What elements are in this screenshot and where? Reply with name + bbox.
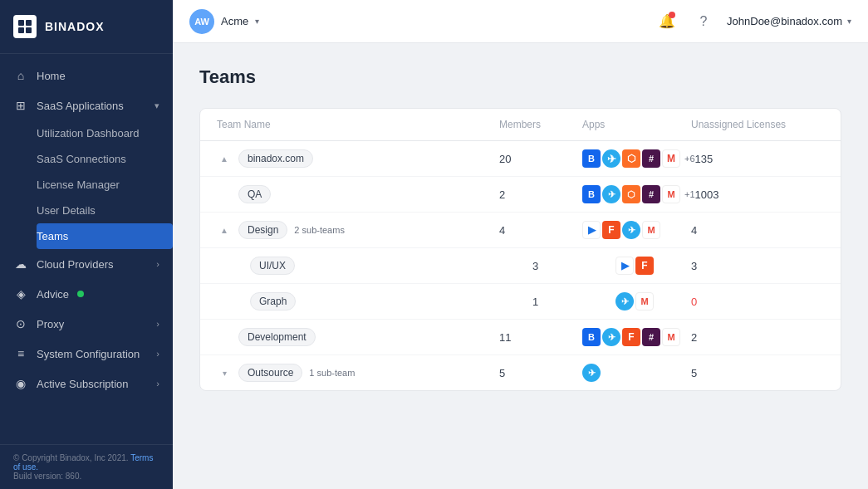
user-email: JohnDoe@binadox.com: [727, 15, 842, 27]
licenses-cell: 5: [691, 367, 824, 379]
members-cell: 11: [499, 331, 582, 344]
collapse-button[interactable]: ▾: [217, 365, 232, 380]
svg-rect-3: [26, 27, 32, 33]
sidebar-item-saas[interactable]: ⊞ SaaS Applications ▾: [0, 90, 173, 120]
apps-extra: +1: [684, 189, 695, 199]
logo: BINADOX: [0, 0, 173, 54]
th-apps: Apps: [582, 119, 691, 130]
subscription-icon: ◉: [13, 377, 28, 390]
figma-icon: F: [602, 221, 620, 239]
chevron-right-icon: ›: [156, 259, 159, 269]
licenses-cell: 4: [691, 224, 824, 237]
chevron-right-icon-4: ›: [156, 379, 159, 389]
workspace-chevron-icon: ▾: [255, 17, 259, 26]
proxy-icon: ⊙: [13, 317, 28, 330]
licenses-cell: 2: [691, 331, 824, 344]
slack-icon: #: [642, 149, 660, 168]
svg-rect-2: [18, 27, 24, 33]
sidebar-item-subscription-label: Active Subscription: [37, 378, 129, 390]
table-row: UI/UX 3 ▶ F 3: [200, 248, 841, 284]
content-area: Teams Team Name Members Apps Unassigned …: [173, 43, 868, 489]
gmail-icon: M: [662, 149, 680, 168]
sidebar-item-saas-label: SaaS Applications: [37, 100, 124, 112]
sidebar-item-proxy-label: Proxy: [37, 318, 64, 330]
gitlab-icon: ⬡: [622, 149, 640, 168]
main-area: AW Acme ▾ 🔔 ? JohnDoe@binadox.com ▾ Team…: [173, 0, 868, 489]
table-row: ▾ Outsource 1 sub-team 5 ✈ 5: [200, 355, 841, 390]
collapse-button[interactable]: ▲: [217, 222, 232, 237]
telegram-icon: ✈: [602, 185, 620, 203]
chevron-right-icon-3: ›: [156, 349, 159, 359]
table-row: Graph 1 ✈ M 0: [200, 284, 841, 320]
sidebar-item-home[interactable]: ⌂ Home: [0, 61, 173, 90]
sidebar-item-cloud[interactable]: ☁ Cloud Providers ›: [0, 249, 173, 279]
sidebar-item-subscription[interactable]: ◉ Active Subscription ›: [0, 369, 173, 399]
table-row: ▲ Design 2 sub-teams 4 ▶ F ✈ M 4: [200, 213, 841, 248]
th-members: Members: [499, 119, 582, 130]
box-icon: B: [582, 149, 601, 168]
telegram-icon: ✈: [602, 328, 620, 346]
chevron-down-icon: ▾: [154, 100, 159, 111]
box-icon: B: [582, 328, 601, 346]
meet-icon: ▶: [615, 257, 634, 275]
table-row: ▲ binadox.com 20 B ✈ ⬡ # M +6 135: [200, 141, 841, 177]
gmail-icon: M: [662, 328, 680, 346]
sidebar-item-license[interactable]: License Manager: [37, 172, 173, 198]
notifications-button[interactable]: 🔔: [654, 8, 680, 35]
apps-cell: B ✈ ⬡ # M +1: [582, 185, 695, 203]
home-icon: ⌂: [13, 69, 28, 82]
workspace-name: Acme: [221, 15, 248, 27]
members-cell: 3: [532, 260, 615, 272]
team-name-cell: ▲ binadox.com: [217, 149, 499, 168]
team-name-cell: ▾ Outsource 1 sub-team: [217, 364, 499, 382]
sidebar-item-cloud-label: Cloud Providers: [37, 258, 114, 271]
apps-cell: ▶ F: [615, 257, 691, 275]
team-badge: Graph: [250, 292, 296, 311]
team-badge: Outsource: [238, 364, 302, 382]
th-team-name: Team Name: [217, 119, 499, 130]
advice-icon: ◈: [13, 287, 28, 301]
workspace-avatar: AW: [189, 9, 214, 34]
sidebar-item-teams[interactable]: Teams: [37, 223, 173, 249]
telegram-icon: ✈: [622, 221, 640, 239]
nav: ⌂ Home ⊞ SaaS Applications ▾ Utilization…: [0, 54, 173, 444]
slack-icon: #: [642, 328, 660, 346]
gmail-icon: M: [635, 292, 654, 311]
sidebar-item-saas-connections[interactable]: SaaS Connections: [37, 146, 173, 172]
slack-icon: #: [642, 185, 660, 203]
figma-icon: F: [622, 328, 640, 346]
sidebar-item-utilization[interactable]: Utilization Dashboard: [37, 120, 173, 146]
licenses-cell: 3: [691, 260, 824, 272]
apps-cell: ✈ M: [615, 292, 691, 311]
figma-icon: F: [635, 257, 654, 275]
members-cell: 2: [499, 188, 582, 201]
sidebar-item-user-details[interactable]: User Details: [37, 198, 173, 223]
saas-icon: ⊞: [13, 99, 28, 112]
svg-rect-0: [18, 20, 24, 26]
members-cell: 20: [499, 153, 582, 165]
sidebar-footer: © Copyright Binadox, Inc 2021. Terms of …: [0, 444, 173, 489]
sidebar-item-advice[interactable]: ◈ Advice: [0, 279, 173, 309]
sidebar-item-sysconfig[interactable]: ≡ System Configuration ›: [0, 339, 173, 369]
sidebar-item-advice-label: Advice: [37, 288, 69, 301]
members-cell: 1: [532, 296, 615, 308]
user-menu[interactable]: JohnDoe@binadox.com ▾: [727, 15, 851, 27]
help-button[interactable]: ?: [690, 8, 717, 35]
gitlab-icon: ⬡: [622, 185, 640, 203]
team-name-cell: ▲ Design 2 sub-teams: [217, 221, 499, 239]
sidebar-item-home-label: Home: [37, 70, 66, 82]
apps-cell: B ✈ F # M: [582, 328, 691, 346]
chevron-right-icon-2: ›: [156, 319, 159, 329]
team-name-cell: UI/UX: [250, 257, 532, 275]
user-chevron-icon: ▾: [847, 17, 851, 26]
topbar: AW Acme ▾ 🔔 ? JohnDoe@binadox.com ▾: [173, 0, 868, 43]
team-name-cell: ▶ QA: [217, 185, 499, 203]
licenses-cell: 135: [695, 153, 828, 165]
logo-icon: [13, 15, 37, 38]
licenses-cell: 0: [691, 296, 824, 308]
collapse-button[interactable]: ▲: [217, 151, 232, 166]
sidebar-item-proxy[interactable]: ⊙ Proxy ›: [0, 309, 173, 339]
team-badge: QA: [238, 185, 271, 203]
workspace-selector[interactable]: AW Acme ▾: [189, 9, 259, 34]
team-badge: Design: [238, 221, 287, 239]
